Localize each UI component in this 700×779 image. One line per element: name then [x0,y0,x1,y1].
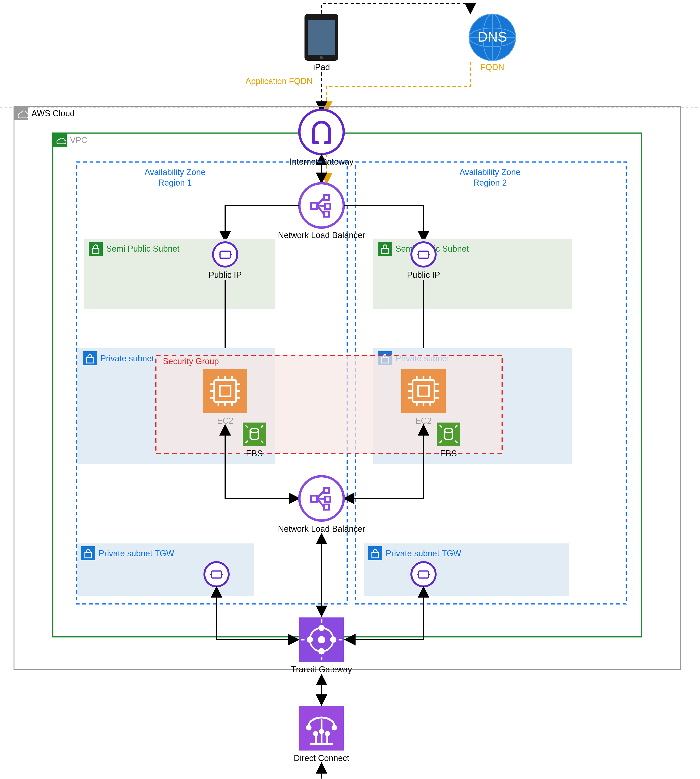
internet-gateway-icon [299,110,344,154]
az1-label-1: Availability Zone [145,167,205,177]
fqdn-label: FQDN [480,62,504,72]
svg-point-124 [320,730,323,733]
private-subnet-1-label: Private subnet [100,354,154,363]
direct-connect-label: Direct Connect [294,753,349,763]
semi-public-subnet-2: Semi Public Subnet [373,239,572,309]
public-ip-2-icon [412,242,436,267]
ipad-icon [305,14,338,61]
az2-label-1: Availability Zone [460,167,520,177]
svg-point-41 [412,242,436,267]
svg-point-110 [319,637,324,642]
app-fqdn-line [327,62,470,112]
ec2-2-icon [401,369,446,413]
nlb-top-label: Network Load Balancer [278,230,365,240]
ec2-1-icon [203,369,247,413]
svg-point-121 [332,726,336,729]
svg-point-112 [319,649,324,654]
direct-connect-icon [299,706,344,751]
svg-point-100 [204,562,229,586]
semi-public-subnet-1: Semi Public Subnet [84,239,275,309]
diagram-canvas: iPad DNS FQDN Application FQDN AWS Cloud [0,0,700,779]
public-ip-1-label: Public IP [208,270,242,280]
app-fqdn-label: Application FQDN [245,76,313,86]
ebs-2-icon [437,422,460,446]
nlb-bottom-icon [299,476,344,520]
svg-point-111 [319,626,324,630]
ec2-2-label: EC2 [415,416,432,425]
dns-icon: DNS [469,14,516,61]
svg-rect-5 [308,20,335,55]
az1-label-2: Region 1 [158,178,192,187]
svg-rect-52 [203,369,247,413]
nlb-bottom-label: Network Load Balancer [278,524,365,534]
nlb-top-icon [299,183,344,228]
svg-point-120 [307,726,310,729]
semi-public-subnet-1-label: Semi Public Subnet [106,244,180,254]
svg-point-114 [331,637,335,642]
svg-text:DNS: DNS [478,29,507,45]
ipad-to-dns-line [322,3,470,13]
ebs-2-label: EBS [440,449,457,458]
ebs-1-icon [243,422,266,446]
vpc-label: VPC [70,135,87,145]
private-subnet-tgw-2: Private subnet TGW [364,544,569,596]
transit-gateway-icon [299,617,344,662]
aws-cloud-label: AWS Cloud [32,108,75,118]
svg-point-18 [299,110,344,154]
security-group-label: Security Group [163,357,219,366]
az2-label-2: Region 2 [473,178,507,187]
public-ip-2-label: Public IP [407,270,440,280]
ebs-1-label: EBS [246,449,263,458]
public-ip-1-icon [213,242,237,267]
tgw-eni-1-icon [204,562,229,586]
ipad-label: iPad [313,62,330,72]
private-subnet-tgw-2-label: Private subnet TGW [386,549,461,558]
transit-gateway-label: Transit Gateway [291,665,352,674]
ec2-1-label: EC2 [217,416,233,425]
tgw-eni-2-icon [412,562,436,586]
svg-point-6 [320,56,323,59]
svg-point-37 [213,242,237,267]
svg-point-113 [308,637,312,642]
private-subnet-tgw-1-label: Private subnet TGW [99,549,174,558]
svg-point-104 [412,562,436,586]
svg-rect-67 [401,369,446,413]
